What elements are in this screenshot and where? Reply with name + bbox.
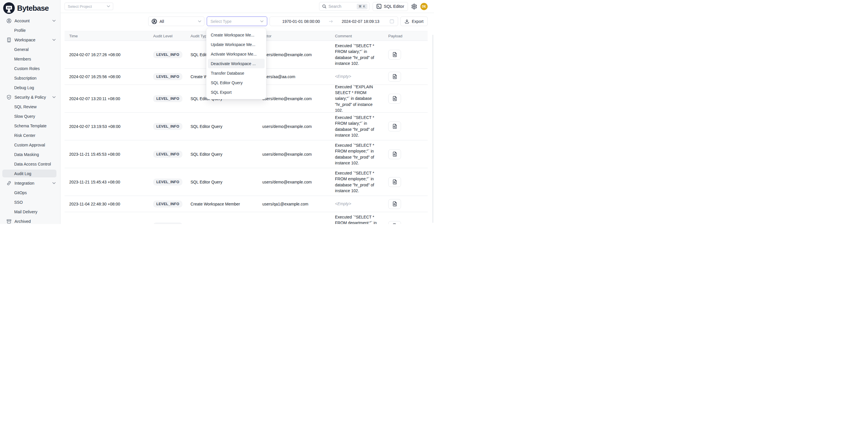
comment-empty: <Empty> bbox=[335, 201, 379, 206]
sidebar-item-members[interactable]: Members bbox=[0, 54, 60, 64]
sidebar-section-label: Security & Policy bbox=[14, 95, 46, 100]
sidebar-item-sql-review[interactable]: SQL Review bbox=[0, 102, 60, 111]
cell-level: LEVEL_INFO bbox=[149, 151, 185, 158]
cell-level: LEVEL_INFO bbox=[149, 51, 185, 58]
col-header-actor: Actor bbox=[258, 34, 329, 38]
sidebar-item-general[interactable]: General bbox=[0, 44, 60, 54]
dropdown-option-sql-editor-query[interactable]: SQL Editor Query bbox=[208, 78, 265, 87]
sidebar-item-slow-query[interactable]: Slow Query bbox=[0, 111, 60, 121]
cell-level: LEVEL_INFO bbox=[149, 95, 185, 102]
file-search-icon bbox=[392, 124, 398, 129]
bytebase-logo-icon bbox=[3, 2, 15, 14]
sidebar-item-sso[interactable]: SSO bbox=[0, 197, 60, 207]
table-row: 2023-11-04 21:26:34 +08:00 LEVEL_INFO SQ… bbox=[65, 212, 428, 224]
brand-wordmark: Bytebase bbox=[17, 4, 49, 13]
chevron-down-icon bbox=[53, 39, 56, 41]
cell-comment: <Empty> bbox=[329, 73, 382, 79]
sidebar-item-debug-log[interactable]: Debug Log bbox=[0, 83, 60, 92]
view-payload-button[interactable] bbox=[388, 122, 401, 131]
search-placeholder: Search bbox=[329, 4, 341, 9]
date-to-value[interactable]: 2024-02-07 18:09:13 bbox=[333, 19, 389, 24]
sql-editor-button[interactable]: SQL Editor bbox=[373, 2, 408, 11]
sidebar-item-gitops[interactable]: GitOps bbox=[0, 188, 60, 197]
cell-type: Create Workspace Member bbox=[185, 202, 258, 206]
cell-actor: users/aa@aa.com bbox=[258, 74, 329, 79]
sidebar-item-risk-center[interactable]: Risk Center bbox=[0, 130, 60, 140]
dropdown-option-update-workspace-me[interactable]: Update Workspace Me... bbox=[208, 40, 265, 49]
sidebar-item-schema-template[interactable]: Schema Template bbox=[0, 121, 60, 130]
archive-icon bbox=[6, 219, 11, 224]
sidebar-section-account[interactable]: Account bbox=[0, 16, 60, 26]
file-search-icon bbox=[392, 151, 398, 157]
cell-payload bbox=[382, 94, 428, 104]
dropdown-option-activate-workspace-me[interactable]: Activate Workspace Me... bbox=[208, 49, 265, 59]
col-header-comment: Comment bbox=[329, 34, 382, 38]
sidebar-item-custom-approval[interactable]: Custom Approval bbox=[0, 140, 60, 150]
dropdown-option-sql-export[interactable]: SQL Export bbox=[208, 87, 265, 97]
building-icon bbox=[6, 37, 11, 42]
calendar-icon bbox=[390, 19, 394, 24]
brand-logo[interactable]: Bytebase bbox=[0, 0, 60, 15]
chevron-down-icon bbox=[53, 20, 56, 22]
search-input[interactable]: Search ⌘ K bbox=[319, 2, 369, 11]
dropdown-option-transfer-database[interactable]: Transfer Database bbox=[208, 68, 265, 78]
sidebar-item-mail-delivery[interactable]: Mail Delivery bbox=[0, 207, 60, 217]
date-range-picker[interactable]: 1970-01-01 08:00:00 2024-02-07 18:09:13 bbox=[270, 17, 398, 26]
chevron-down-icon bbox=[107, 5, 110, 7]
cell-time: 2024-02-07 13:19:53 +08:00 bbox=[65, 124, 149, 129]
vertical-scrollbar[interactable] bbox=[432, 35, 433, 223]
sidebar-item-audit-log[interactable]: Audit Log bbox=[2, 169, 57, 178]
cell-comment: Executed `"SELECT * FROM employee;"` in … bbox=[329, 142, 382, 166]
dropdown-option-deactivate-workspace[interactable]: Deactivate Workspace ... bbox=[208, 59, 265, 68]
terminal-icon bbox=[376, 4, 381, 9]
export-label: Export bbox=[412, 19, 423, 24]
cell-payload bbox=[382, 199, 428, 209]
sidebar-section-archived[interactable]: Archived bbox=[0, 217, 60, 224]
project-select[interactable]: Select Project bbox=[65, 3, 113, 10]
sidebar-item-custom-roles[interactable]: Custom Roles bbox=[0, 64, 60, 73]
cell-actor: users/demo@example.com bbox=[258, 53, 329, 57]
view-payload-button[interactable] bbox=[388, 177, 401, 187]
sidebar-item-subscription[interactable]: Subscription bbox=[0, 73, 60, 83]
col-header-level: Audit Level bbox=[149, 34, 185, 38]
file-search-icon bbox=[392, 179, 398, 185]
sidebar-item-profile[interactable]: Profile bbox=[0, 26, 60, 35]
topbar: Select Project Search ⌘ K SQL Editor bbox=[61, 0, 434, 13]
download-icon bbox=[404, 19, 409, 24]
export-button[interactable]: Export bbox=[400, 17, 428, 26]
actor-filter-select[interactable]: All bbox=[148, 17, 205, 26]
view-payload-button[interactable] bbox=[388, 149, 401, 159]
view-payload-button[interactable] bbox=[388, 221, 401, 224]
cell-time: 2023-11-04 21:26:34 +08:00 bbox=[65, 224, 149, 224]
cell-actor: users/demo@example.com bbox=[258, 152, 329, 157]
view-payload-button[interactable] bbox=[388, 199, 401, 209]
view-payload-button[interactable] bbox=[388, 72, 401, 82]
sidebar-nav: AccountProfileWorkspaceGeneralMembersCus… bbox=[0, 15, 60, 224]
date-from-value[interactable]: 1970-01-01 08:00:00 bbox=[273, 19, 329, 24]
project-select-label: Select Project bbox=[68, 4, 92, 9]
sidebar-section-integration[interactable]: Integration bbox=[0, 178, 60, 188]
sidebar-item-data-masking[interactable]: Data Masking bbox=[0, 150, 60, 159]
cell-actor: users/demo@example.com bbox=[258, 124, 329, 129]
cell-level: LEVEL_INFO bbox=[149, 123, 185, 130]
chevron-down-icon bbox=[53, 96, 56, 98]
view-payload-button[interactable] bbox=[388, 94, 401, 104]
view-payload-button[interactable] bbox=[388, 50, 401, 60]
cell-level: LEVEL_INFO bbox=[149, 73, 185, 80]
gear-icon[interactable] bbox=[411, 3, 417, 9]
cell-payload bbox=[382, 149, 428, 159]
sidebar-section-security-policy[interactable]: Security & Policy bbox=[0, 92, 60, 102]
sidebar-section-workspace[interactable]: Workspace bbox=[0, 35, 60, 44]
comment-text: Executed `"SELECT * FROM salary;"` in da… bbox=[335, 43, 379, 66]
comment-text: Executed `"EXPLAIN SELECT * FROM salary;… bbox=[335, 84, 379, 113]
cell-time: 2024-02-07 16:25:56 +08:00 bbox=[65, 74, 149, 79]
dropdown-option-create-workspace-me[interactable]: Create Workspace Me... bbox=[208, 30, 265, 40]
sidebar-item-data-access-control[interactable]: Data Access Control bbox=[0, 159, 60, 169]
cell-type: SQL Editor Query bbox=[185, 180, 258, 184]
user-circle-icon bbox=[6, 18, 11, 24]
link-icon bbox=[6, 181, 11, 186]
type-filter-select[interactable]: Select Type bbox=[207, 17, 267, 26]
user-avatar[interactable]: DE bbox=[421, 3, 428, 10]
audit-level-badge: LEVEL_INFO bbox=[153, 95, 182, 102]
file-search-icon bbox=[392, 201, 398, 206]
